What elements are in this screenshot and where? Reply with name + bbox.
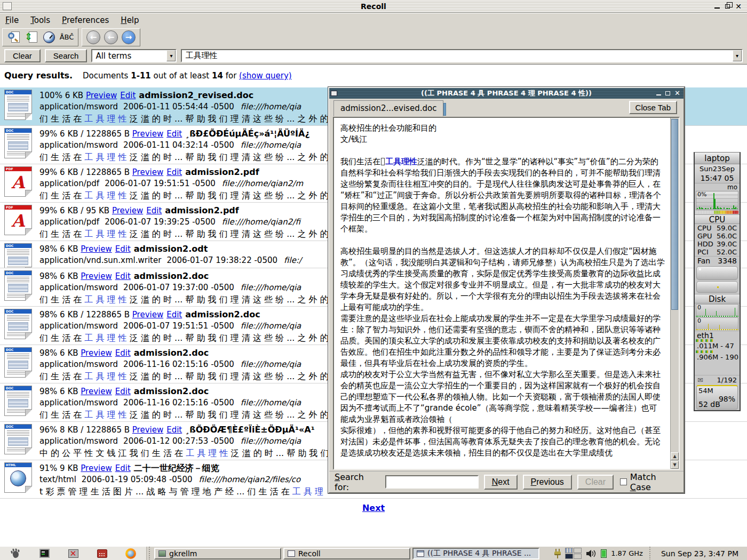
edit-link[interactable]: Edit <box>115 244 131 254</box>
preview-link[interactable]: Preview <box>132 425 163 435</box>
scroll-down-icon[interactable]: ▼ <box>671 461 679 469</box>
edit-link[interactable]: Edit <box>166 129 182 139</box>
preview-link[interactable]: Preview <box>81 271 112 281</box>
results-count-mid: out of at least <box>154 71 210 81</box>
taskbar-item-gkrellm[interactable]: gkrellm <box>154 548 281 559</box>
show-query-link[interactable]: (show query) <box>239 71 292 81</box>
result-mimetype: application/msword <box>39 321 118 331</box>
menu-file[interactable]: File <box>5 15 19 25</box>
find-clear-button[interactable]: Clear <box>577 475 614 490</box>
close-tab-button[interactable]: Close Tab <box>629 101 677 114</box>
previous-page-button[interactable]: ← <box>104 30 118 44</box>
result-size: 6 KB <box>60 244 81 254</box>
chevron-down-icon[interactable]: ▾ <box>166 50 176 61</box>
preview-scrollbar[interactable]: ▲ ▼ <box>670 118 679 469</box>
preview-close-button[interactable]: ✕ <box>674 90 680 97</box>
taskbar-item-recoll[interactable]: Recoll <box>283 548 410 559</box>
find-previous-button[interactable]: Previous <box>523 475 572 490</box>
sort-document-icon[interactable]: ⇕ <box>25 30 38 44</box>
taskbar-item-preview[interactable]: ((工 PHRASE 4 具 PHRASE ... <box>412 548 539 559</box>
restore-button[interactable] <box>725 4 730 9</box>
memory-volume-panel[interactable]: 54M 98% 52 dB <box>696 385 738 410</box>
preview-link[interactable]: Preview <box>81 244 112 254</box>
menu-help[interactable]: Help <box>121 15 139 25</box>
query-history-chevron-icon[interactable]: ▾ <box>733 50 742 61</box>
terminal-icon[interactable] <box>38 548 50 559</box>
sort-by-date-clock-icon[interactable] <box>42 30 56 44</box>
preview-tab[interactable]: admission2...evised.doc <box>333 100 443 116</box>
preview-link[interactable]: Preview <box>81 463 112 473</box>
result-size: 6 KB / 1228865 B <box>60 310 132 319</box>
clear-button[interactable]: Clear <box>4 49 41 62</box>
power-plug-icon[interactable] <box>554 549 561 558</box>
edit-link[interactable]: Edit <box>146 206 162 215</box>
gkrellm-clock: Sun23Sep 15:47 05 <box>695 164 740 183</box>
edit-link[interactable]: Edit <box>166 310 182 319</box>
edit-link[interactable]: Edit <box>120 91 136 100</box>
edit-link[interactable]: Edit <box>115 463 131 473</box>
first-page-button[interactable]: ← <box>86 30 100 44</box>
speaker-icon[interactable] <box>586 549 597 558</box>
scroll-up-icon[interactable]: ▲ <box>671 452 679 460</box>
find-next-button[interactable]: Next <box>484 475 518 490</box>
close-button[interactable]: ✕ <box>735 3 742 10</box>
window-menu-icon[interactable] <box>3 2 12 10</box>
results-count-post: for <box>226 71 237 81</box>
preview-minimize-button[interactable] <box>656 91 661 95</box>
taskbar-item-label: Recoll <box>298 549 321 558</box>
match-case-checkbox[interactable] <box>620 478 627 485</box>
term-explorer-icon[interactable]: ÅBĈ <box>60 30 74 44</box>
preview-link[interactable]: Preview <box>81 348 112 358</box>
preview-link[interactable]: Preview <box>112 206 143 215</box>
next-results-link[interactable]: Next <box>362 503 385 513</box>
preview-link[interactable]: Preview <box>132 129 163 139</box>
preview-link[interactable]: Preview <box>132 167 163 177</box>
result-mimetype: application/msword <box>39 359 118 369</box>
result-title: admission2.odt <box>134 244 208 254</box>
edit-link[interactable]: Edit <box>115 348 131 358</box>
minimize-button[interactable] <box>714 4 720 9</box>
sensor-slider-panel[interactable] <box>696 281 738 293</box>
edit-link[interactable]: Edit <box>166 167 182 177</box>
workspace-1[interactable] <box>565 548 573 553</box>
search-button[interactable]: Search <box>45 49 88 62</box>
screen-lock-icon[interactable] <box>67 548 79 559</box>
workspace-4[interactable] <box>574 554 582 559</box>
preview-titlebar: ((工 PHRASE 4 具 PHRASE 4 理 PHRASE 4 性)) ✕ <box>329 88 684 99</box>
results-count-pre: Documents <box>83 71 129 81</box>
gnome-foot-icon[interactable] <box>10 548 21 559</box>
scrollbar-thumb[interactable] <box>671 119 678 310</box>
edit-link[interactable]: Edit <box>115 271 131 281</box>
edit-link[interactable]: Edit <box>166 425 182 435</box>
result-date: 2006-01-12 00:27:53 -0500 <box>123 436 234 446</box>
text-segment: 泛 滥 的 时 ... 帮 助 我 们 理 清 这 些 纷 ... 之 外 的 <box>127 229 329 239</box>
menu-preferences[interactable]: Preferences <box>62 15 109 25</box>
preview-restore-button[interactable] <box>665 91 670 95</box>
cpu-frequency-value: 1.87 GHz <box>611 549 643 557</box>
workspace-2[interactable] <box>574 548 582 553</box>
file-type-bar: DOC <box>5 386 31 390</box>
preview-link[interactable]: Preview <box>86 91 117 100</box>
preview-window-menu-icon[interactable] <box>331 91 337 96</box>
window-app-icon <box>417 550 424 557</box>
typewriter-icon[interactable] <box>96 548 108 559</box>
workspace-3[interactable] <box>565 554 573 559</box>
text-segment: 文/钱江 <box>340 134 367 144</box>
query-input[interactable] <box>182 51 733 61</box>
mail-count: 1/192 <box>717 375 737 384</box>
fan-slider-panel[interactable] <box>696 266 738 280</box>
preview-search-icon[interactable] <box>7 30 21 44</box>
find-input[interactable] <box>385 475 479 489</box>
workspace-pager[interactable] <box>565 548 582 559</box>
firefox-icon[interactable] <box>125 548 137 559</box>
menu-tools[interactable]: Tools <box>30 15 50 25</box>
taskbar-clock[interactable]: Sun Sep 23, 3:47 PM <box>657 549 743 558</box>
next-page-button[interactable]: → <box>122 30 136 44</box>
result-mimetype: application/msword <box>39 140 118 150</box>
edit-link[interactable]: Edit <box>115 387 131 396</box>
cpu-frequency-icon[interactable] <box>601 549 607 558</box>
preview-link[interactable]: Preview <box>81 387 112 396</box>
preview-link[interactable]: Preview <box>132 310 163 319</box>
folded-corner <box>26 333 32 339</box>
search-mode-combobox[interactable]: All terms ▾ <box>91 49 177 62</box>
